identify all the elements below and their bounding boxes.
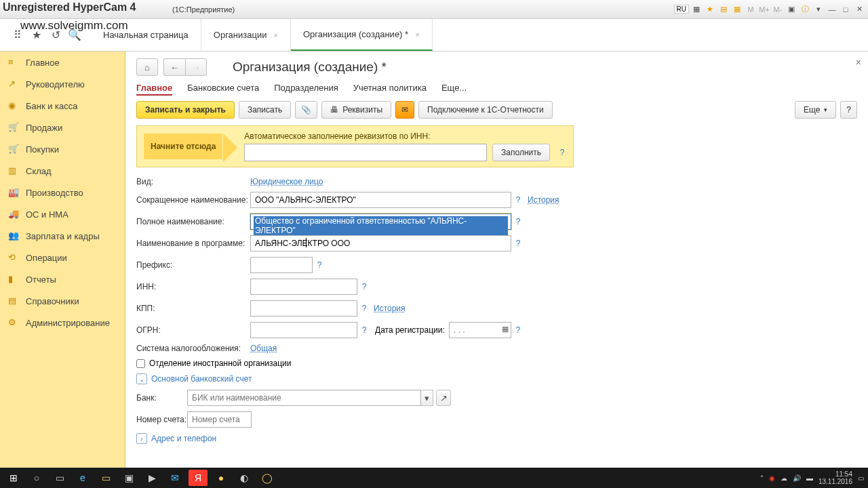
calc-icon[interactable]: ▦: [731, 3, 743, 16]
prefix-input[interactable]: [250, 257, 313, 273]
tab-organization-create[interactable]: Организация (создание) *×: [291, 19, 433, 51]
tray-up-icon[interactable]: ˄: [760, 474, 764, 482]
tab-label: Организации: [214, 30, 267, 40]
notifications-icon[interactable]: ▭: [858, 474, 864, 482]
more-button[interactable]: Еще ▾: [795, 101, 836, 119]
sidebar-item-main[interactable]: ≡Главное: [0, 52, 125, 73]
home-button[interactable]: ⌂: [136, 58, 158, 76]
clock[interactable]: 11:54 13.11.2016: [818, 470, 852, 485]
kpp-input[interactable]: [250, 300, 357, 317]
foreign-branch-checkbox[interactable]: [136, 359, 145, 368]
calendar-icon[interactable]: ▤: [717, 3, 730, 16]
sidebar-item-sales[interactable]: 🛒Продажи: [0, 117, 125, 138]
sidebar-item-reports[interactable]: ▮Отчеты: [0, 268, 125, 290]
save-button[interactable]: Записать: [239, 101, 291, 119]
bank-input[interactable]: [187, 390, 421, 406]
subtab-more[interactable]: Еще...: [441, 81, 467, 96]
requisites-button[interactable]: 🖶Реквизиты: [321, 101, 391, 119]
prog-name-input[interactable]: [250, 235, 511, 251]
maximize-icon[interactable]: □: [840, 3, 852, 16]
sidebar-item-operations[interactable]: ⟲Операции: [0, 247, 125, 268]
tab-close-icon[interactable]: ×: [273, 31, 277, 39]
m-minus-icon[interactable]: M-: [772, 3, 784, 16]
star-icon[interactable]: ★: [704, 3, 716, 16]
tray-record-icon[interactable]: ◉: [769, 474, 775, 482]
bank-section-toggle[interactable]: ⌄ Основной банковский счет: [136, 373, 857, 384]
inn-autofill-input[interactable]: [244, 144, 487, 161]
help-icon[interactable]: ?: [360, 282, 368, 291]
tray-volume-icon[interactable]: 🔊: [793, 474, 801, 482]
start-icon[interactable]: ⊞: [4, 470, 23, 486]
tray-onedrive-icon[interactable]: ☁: [781, 474, 787, 482]
tax-value[interactable]: Общая: [250, 344, 277, 353]
people-icon: 👥: [8, 230, 19, 241]
lang-indicator[interactable]: RU: [674, 5, 689, 14]
subtab-accounting-policy[interactable]: Учетная политика: [353, 81, 427, 96]
window-icon[interactable]: ▣: [785, 3, 797, 16]
taskview-icon[interactable]: ▭: [50, 470, 69, 486]
connect-1c-button[interactable]: Подключение к 1С-Отчетности: [418, 101, 553, 119]
address-section-toggle[interactable]: › Адрес и телефон: [136, 433, 857, 444]
m-plus-icon[interactable]: M+: [758, 3, 770, 16]
sidebar-item-bank[interactable]: ◉Банк и касса: [0, 95, 125, 117]
mail-icon[interactable]: ✉: [165, 470, 184, 486]
close-icon[interactable]: ✕: [853, 3, 865, 16]
history-link[interactable]: История: [374, 304, 406, 313]
forward-button[interactable]: →: [185, 58, 207, 76]
help-icon[interactable]: ?: [360, 325, 368, 335]
calendar-icon[interactable]: ▦: [502, 325, 509, 333]
minimize-icon[interactable]: —: [826, 3, 838, 16]
search-icon[interactable]: ○: [27, 470, 46, 486]
help-icon[interactable]: ?: [514, 239, 522, 248]
m-icon[interactable]: M: [745, 3, 757, 16]
subtab-bank-accounts[interactable]: Банковские счета: [187, 81, 259, 96]
chrome-icon[interactable]: ◐: [235, 470, 254, 486]
history-link[interactable]: История: [528, 195, 559, 205]
tab-organizations[interactable]: Организации×: [201, 19, 291, 51]
sidebar-item-assets[interactable]: 🚚ОС и НМА: [0, 203, 125, 225]
tb-icon[interactable]: ▦: [690, 3, 703, 16]
sidebar-item-production[interactable]: 🏭Производство: [0, 182, 125, 203]
help-button[interactable]: ?: [840, 101, 857, 119]
tray-network-icon[interactable]: ▬: [806, 474, 813, 482]
help-icon[interactable]: ?: [514, 325, 522, 335]
back-button[interactable]: ←: [163, 58, 185, 76]
help-icon[interactable]: ?: [360, 304, 368, 313]
save-close-button[interactable]: Записать и закрыть: [136, 101, 235, 119]
tab-close-icon[interactable]: ×: [415, 30, 419, 39]
browser-icon[interactable]: ●: [212, 470, 231, 486]
sidebar-item-manager[interactable]: ↗Руководителю: [0, 73, 125, 95]
form-close-icon[interactable]: ×: [856, 57, 861, 68]
help-icon[interactable]: ?: [514, 217, 522, 226]
sidebar-item-salary[interactable]: 👥Зарплата и кадры: [0, 225, 125, 247]
fill-button[interactable]: Заполнить: [492, 144, 550, 161]
help-icon[interactable]: ?: [315, 260, 323, 270]
attach-button[interactable]: 📎: [295, 101, 317, 119]
sidebar-item-admin[interactable]: ⚙Администрирование: [0, 312, 125, 333]
info-icon[interactable]: ⓘ: [799, 3, 811, 16]
yandex-icon[interactable]: Я: [189, 470, 208, 486]
edge-icon[interactable]: e: [73, 470, 92, 486]
bank-dropdown-icon[interactable]: ▾: [421, 390, 433, 406]
bank-open-icon[interactable]: ↗: [436, 390, 451, 406]
short-name-input[interactable]: [250, 192, 511, 208]
dropdown-icon[interactable]: ▾: [812, 3, 825, 16]
help-icon[interactable]: ?: [558, 148, 566, 157]
inn-input[interactable]: [250, 279, 357, 295]
sidebar-item-directories[interactable]: ▤Справочники: [0, 290, 125, 312]
media-icon[interactable]: ▶: [142, 470, 161, 486]
mail-button[interactable]: ✉: [395, 101, 414, 119]
ogrn-input[interactable]: [250, 322, 357, 338]
help-icon[interactable]: ?: [514, 195, 522, 205]
vid-value[interactable]: Юридическое лицо: [250, 177, 323, 186]
full-name-input[interactable]: Общество с ограниченной ответственностью…: [250, 214, 511, 230]
store-icon[interactable]: ▣: [119, 470, 138, 486]
sidebar-item-warehouse[interactable]: ▥Склад: [0, 160, 125, 182]
subtab-main[interactable]: Главное: [136, 81, 172, 96]
section-label: Адрес и телефон: [151, 434, 216, 443]
explorer-icon[interactable]: ▭: [96, 470, 115, 486]
app-icon[interactable]: ◯: [258, 470, 277, 486]
sidebar-item-purchases[interactable]: 🛒Покупки: [0, 138, 125, 160]
account-input[interactable]: [187, 411, 252, 428]
subtab-departments[interactable]: Подразделения: [274, 81, 338, 96]
